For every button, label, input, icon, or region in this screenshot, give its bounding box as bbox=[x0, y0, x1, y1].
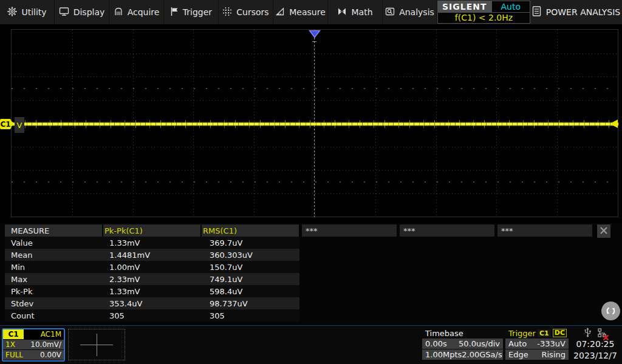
trigger-frequency-readout: f(C1) < 2.0Hz bbox=[438, 13, 530, 24]
grid-line-horizontal bbox=[12, 170, 618, 170]
menu-item-label: Measure bbox=[289, 7, 326, 17]
menu-item-math[interactable]: Math bbox=[328, 0, 383, 24]
measure-rms-value: 305 bbox=[208, 311, 299, 320]
bottom-bar: C1 AC1M 1X 10.0mV/ FULL 0.00V Timebase 0… bbox=[0, 326, 622, 364]
measure-row-max: Max2.33mV749.1uV bbox=[5, 273, 299, 285]
measure-row-label: Pk-Pk bbox=[5, 287, 108, 296]
channel1-offset-marker[interactable]: C1 bbox=[0, 119, 11, 129]
measure-pkpk-value: 1.33mV bbox=[108, 238, 208, 248]
grid-line-horizontal bbox=[12, 100, 618, 101]
measure-column-empty[interactable]: *** bbox=[302, 224, 397, 237]
power-analysis-button[interactable]: POWER ANALYSIS bbox=[530, 0, 622, 24]
trigger-box[interactable]: Trigger C1 DC Auto -333uV Edge Rising bbox=[505, 328, 569, 360]
measure-title: MEASURE bbox=[5, 224, 102, 237]
menu-item-cursors[interactable]: Cursors bbox=[219, 0, 273, 24]
lan-error-x bbox=[603, 334, 609, 341]
channel1-offset-value: 0.00V bbox=[40, 351, 61, 359]
document-icon bbox=[532, 6, 541, 18]
channel1-bandwidth: FULL bbox=[5, 351, 23, 359]
menu-bar: UtilityDisplayAcquireTriggerCursorsMeasu… bbox=[0, 0, 622, 25]
oscilloscope-screen: UtilityDisplayAcquireTriggerCursorsMeasu… bbox=[0, 0, 622, 364]
measure-row-min: Min1.00mV150.7uV bbox=[5, 261, 299, 273]
measure-row-mean: Mean1.4481mV360.303uV bbox=[5, 249, 299, 261]
channel1-offset-label: C1 bbox=[0, 120, 10, 129]
menu-item-measure[interactable]: Measure bbox=[273, 0, 328, 24]
cursors-icon bbox=[222, 7, 232, 18]
brand-block: SIGLENT Auto f(C1) < 2.0Hz bbox=[437, 1, 530, 24]
acquisition-status-badge: Auto bbox=[492, 1, 530, 12]
measure-column-empty[interactable]: *** bbox=[400, 224, 494, 237]
add-trace-slot[interactable] bbox=[68, 329, 125, 360]
clock-date: 2023/12/7 bbox=[570, 350, 621, 362]
menu-item-trigger[interactable]: Trigger bbox=[164, 0, 219, 24]
trigger-level-marker[interactable] bbox=[610, 120, 618, 128]
menu-item-utility[interactable]: Utility bbox=[0, 0, 55, 24]
measure-pkpk-value: 1.00mV bbox=[108, 263, 208, 272]
measure-row-label: Count bbox=[5, 311, 108, 320]
timebase-box[interactable]: Timebase 0.00s 50.0us/div 1.00Mpts 2.00G… bbox=[422, 328, 503, 360]
flag-icon bbox=[170, 7, 179, 18]
measure-row-label: Mean bbox=[5, 251, 108, 260]
measure-pkpk-value: 305 bbox=[108, 311, 208, 320]
measure-rms-value: 360.303uV bbox=[208, 251, 299, 260]
measure-rms-value: 369.7uV bbox=[208, 238, 299, 248]
timebase-delay: 0.00s bbox=[425, 339, 447, 348]
timebase-title: Timebase bbox=[422, 328, 503, 338]
menu-item-analysis[interactable]: Analysis bbox=[383, 0, 437, 24]
measure-panel: MEASURE Pk-Pk(C1) RMS(C1) ********* Valu… bbox=[0, 223, 622, 325]
grid-line-horizontal bbox=[12, 194, 618, 194]
channel1-coupling: AC1M bbox=[41, 330, 64, 339]
usb-icon[interactable] bbox=[584, 328, 592, 339]
math-icon bbox=[337, 7, 347, 18]
measure-icon bbox=[275, 7, 285, 18]
grid-minor-tick-row bbox=[12, 181, 618, 183]
trigger-position-marker[interactable] bbox=[309, 30, 321, 38]
measure-row-pk-pk: Pk-Pk1.33mV598.4uV bbox=[5, 285, 299, 297]
menu-item-label: Display bbox=[73, 7, 105, 17]
brand-top-row: SIGLENT Auto bbox=[438, 1, 530, 13]
menu-item-display[interactable]: Display bbox=[55, 0, 109, 24]
measure-column-pkpk[interactable]: Pk-Pk(C1) bbox=[103, 224, 200, 237]
channel1-unit-chip: V bbox=[15, 117, 24, 133]
siglent-logo: SIGLENT bbox=[438, 1, 492, 12]
menu-item-label: Acquire bbox=[128, 7, 160, 17]
auto-refresh-icon[interactable] bbox=[601, 302, 620, 320]
channel1-scale: 10.0mV/ bbox=[30, 340, 61, 349]
grid-line-horizontal bbox=[12, 53, 618, 54]
measure-pkpk-value: 353.4uV bbox=[108, 299, 208, 308]
measure-row-label: Value bbox=[5, 238, 108, 248]
measure-column-rms[interactable]: RMS(C1) bbox=[202, 224, 299, 237]
plus-icon-vertical bbox=[97, 334, 97, 356]
grid-line-horizontal bbox=[12, 147, 618, 147]
measure-row-label: Max bbox=[5, 275, 108, 284]
grid-minor-tick-row bbox=[12, 88, 618, 89]
menu-item-label: Cursors bbox=[236, 7, 268, 17]
lan-disconnected-icon[interactable] bbox=[598, 328, 607, 339]
clock-time: 07:20:25 bbox=[570, 339, 621, 350]
channel1-descriptor-box[interactable]: C1 AC1M 1X 10.0mV/ FULL 0.00V bbox=[2, 328, 65, 362]
close-icon bbox=[600, 226, 608, 237]
trigger-source-chip: C1 bbox=[538, 329, 551, 337]
measure-rows: Value1.33mV369.7uVMean1.4481mV360.303uVM… bbox=[5, 237, 299, 322]
menu-item-acquire[interactable]: Acquire bbox=[109, 0, 164, 24]
timebase-memory-depth: 1.00Mpts bbox=[425, 350, 462, 359]
close-measure-button[interactable] bbox=[597, 224, 610, 238]
measure-pkpk-value: 1.33mV bbox=[108, 287, 208, 296]
display-icon bbox=[59, 7, 69, 18]
channel1-name-chip: C1 bbox=[3, 329, 24, 339]
trigger-type: Edge bbox=[508, 350, 528, 359]
measure-column-empty[interactable]: *** bbox=[497, 224, 592, 237]
trigger-title: Trigger bbox=[508, 329, 536, 338]
system-status-box: 07:20:25 2023/12/7 bbox=[570, 328, 621, 362]
trigger-coupling-chip: DC bbox=[553, 329, 567, 337]
measure-rms-value: 150.7uV bbox=[208, 263, 299, 272]
trigger-mode: Auto bbox=[508, 339, 527, 348]
timebase-sample-rate: 2.00GSa/s bbox=[462, 350, 502, 359]
measure-row-label: Stdev bbox=[5, 299, 108, 308]
gear-icon bbox=[7, 7, 17, 18]
measure-row-stdev: Stdev353.4uV98.737uV bbox=[5, 297, 299, 309]
waveform-display[interactable]: C1 V bbox=[0, 25, 622, 223]
acquire-icon bbox=[114, 7, 123, 18]
channel1-trace bbox=[11, 123, 618, 126]
menu-item-label: Utility bbox=[21, 7, 46, 17]
